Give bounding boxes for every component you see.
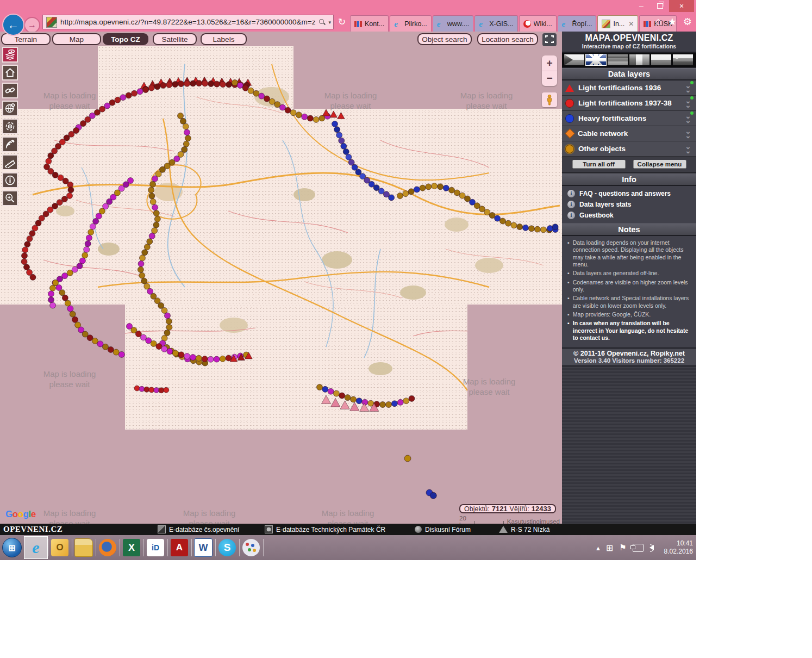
expand-chevron-icon[interactable]: ⌄⌄ — [683, 84, 693, 92]
back-button[interactable]: ← — [2, 14, 24, 36]
minimize-button[interactable]: – — [632, 0, 651, 12]
ie-taskbar-icon[interactable]: e — [24, 537, 47, 558]
refresh-button[interactable]: ↻ — [336, 16, 348, 28]
polish-flag[interactable] — [651, 54, 671, 65]
favorites-star-icon[interactable]: ★ — [668, 16, 677, 28]
marker-chain-south-red-row — [134, 386, 169, 393]
collapse-menu-button[interactable]: Collapse menu — [633, 160, 686, 169]
marker-chain-east-gold — [397, 183, 559, 233]
link-edatabaze-cs[interactable]: E-databáze čs.opevnění — [158, 525, 239, 533]
settings-gear-icon[interactable]: ⚙ — [683, 16, 692, 28]
pegman-streetview-button[interactable] — [542, 92, 557, 107]
russian-flag[interactable] — [673, 54, 693, 65]
expand-chevron-icon[interactable]: ⌄⌄ — [683, 129, 693, 138]
fullscreen-button[interactable] — [542, 33, 557, 46]
brand-logo[interactable]: OPEVNENI.CZ — [3, 525, 63, 534]
location-search-button[interactable]: Location search — [477, 33, 538, 45]
map-tab-icon — [602, 20, 610, 28]
browser-tab[interactable]: eŘopí... — [558, 15, 597, 32]
browser-tab[interactable]: ewww.... — [433, 15, 473, 32]
link-edatabaze-pamatek[interactable]: E-databáze Technických Památek ČR — [265, 525, 385, 533]
chevron-down-icon[interactable]: ▾ — [328, 20, 331, 25]
google-logo[interactable]: Google — [5, 509, 36, 520]
forward-button[interactable]: → — [24, 17, 40, 33]
close-button[interactable]: × — [669, 0, 694, 12]
link-forum[interactable]: Diskusní Fórum — [415, 526, 471, 533]
fortification-markers[interactable] — [21, 77, 558, 499]
zoom-out-button[interactable]: − — [542, 71, 557, 86]
network-icon[interactable] — [633, 544, 644, 552]
guestbook-link[interactable]: iGuestbook — [562, 210, 696, 221]
faq-link[interactable]: iFAQ - questions and answers — [562, 188, 696, 199]
tab-close-icon[interactable]: ✕ — [628, 20, 634, 28]
layer-row-other[interactable]: Other objects ⌄⌄ — [562, 141, 696, 157]
browser-tab[interactable]: ePiirko... — [390, 15, 432, 32]
browser-tab[interactable]: eX-GIS... — [474, 15, 517, 32]
windows-tray-icon[interactable]: ⊞ — [606, 543, 613, 553]
window-controls: – × — [632, 0, 694, 12]
map-type-map[interactable]: Map — [52, 33, 101, 45]
browser-tab[interactable]: Kont... — [350, 15, 389, 32]
zoom-in-button[interactable]: + — [542, 55, 557, 71]
speaker-icon[interactable] — [649, 545, 654, 550]
explorer-taskbar-icon[interactable] — [72, 537, 95, 558]
layer-row-light-1937[interactable]: Light fortifications 1937-38 ⌄⌄ — [562, 96, 696, 111]
bunker-icon — [499, 526, 508, 533]
action-center-flag-icon[interactable]: ⚑ — [619, 543, 626, 553]
english-flag[interactable] — [586, 54, 606, 65]
link-rs72[interactable]: R-S 72 Nízká — [499, 526, 549, 533]
browser-tab[interactable]: In...✕ — [597, 15, 638, 32]
info-button[interactable] — [2, 172, 18, 188]
address-bar[interactable]: http://mapa.opevneni.cz/?n=49.87222&e=13… — [42, 15, 334, 29]
map-type-topo-cz[interactable]: Topo CZ — [103, 33, 148, 45]
note-item: ▪Data layers are generated off-line. — [567, 270, 692, 277]
tab-label: Wiki... — [534, 20, 552, 28]
layer-row-heavy[interactable]: Heavy fortifications ⌄⌄ — [562, 111, 696, 126]
permalink-button[interactable] — [2, 83, 18, 98]
search-icon[interactable] — [319, 19, 326, 26]
gps-tracking-button[interactable] — [2, 136, 18, 152]
turn-all-off-button[interactable]: Turn all off — [572, 160, 626, 169]
globe-location-button[interactable] — [2, 101, 18, 116]
firefox-taskbar-icon[interactable] — [96, 537, 119, 558]
zoom-search-button[interactable] — [2, 190, 18, 206]
czech-flag[interactable] — [564, 54, 584, 65]
acrobat-taskbar-icon[interactable]: A — [168, 537, 191, 558]
data-layers-stats-link[interactable]: iData layers stats — [562, 199, 696, 210]
terms-link[interactable]: Kasutustingimused — [507, 518, 560, 524]
map-viewport[interactable]: Map is loadingplease waitMap is loadingp… — [0, 32, 562, 524]
object-search-button[interactable]: Object search — [417, 33, 472, 45]
map-type-satellite[interactable]: Satellite — [153, 33, 197, 45]
expand-chevron-icon[interactable]: ⌄⌄ — [683, 114, 693, 123]
restore-button[interactable] — [651, 0, 669, 12]
layer-row-cable[interactable]: Cable network ⌄⌄ — [562, 126, 696, 141]
word-taskbar-icon[interactable]: W — [192, 537, 215, 558]
browser-tab[interactable]: Wiki... — [519, 15, 557, 32]
url-text[interactable]: http://mapa.opevneni.cz/?n=49.87222&e=13… — [60, 18, 319, 26]
layers-visibility-button[interactable] — [2, 47, 18, 63]
german-flag[interactable] — [608, 54, 628, 65]
note-item: ▪Data loading depends on your internet c… — [567, 239, 692, 268]
french-flag[interactable] — [629, 54, 649, 65]
home-icon[interactable]: ⌂ — [655, 16, 661, 28]
sidebar-footer: © 2011-16 Opevneni.cz, Ropiky.net Versio… — [562, 347, 696, 367]
map-type-labels[interactable]: Labels — [201, 33, 247, 45]
ie-tab-icon: e — [394, 20, 402, 28]
excel-taskbar-icon[interactable]: X — [120, 537, 143, 558]
ie-icon: e — [27, 539, 45, 556]
notes-header: Notes — [562, 224, 696, 236]
clock[interactable]: 10:41 8.02.2016 — [664, 539, 693, 556]
tray-expand-icon[interactable]: ▴ — [596, 544, 600, 552]
start-taskbar-icon[interactable]: ⊞ — [1, 537, 23, 558]
measure-ruler-button[interactable] — [2, 154, 18, 170]
digidoc-taskbar-icon[interactable]: iD — [144, 537, 167, 558]
paint-taskbar-icon[interactable] — [240, 537, 263, 558]
center-target-button[interactable] — [2, 119, 18, 134]
layer-row-light-1936[interactable]: Light fortifications 1936 ⌄⌄ — [562, 80, 696, 96]
info-header: Info — [562, 173, 696, 186]
expand-chevron-icon[interactable]: ⌄⌄ — [683, 145, 693, 153]
expand-chevron-icon[interactable]: ⌄⌄ — [683, 99, 693, 108]
home-button[interactable] — [2, 65, 18, 80]
outlook-taskbar-icon[interactable]: O — [48, 537, 71, 558]
skype-taskbar-icon[interactable]: S — [216, 537, 239, 558]
